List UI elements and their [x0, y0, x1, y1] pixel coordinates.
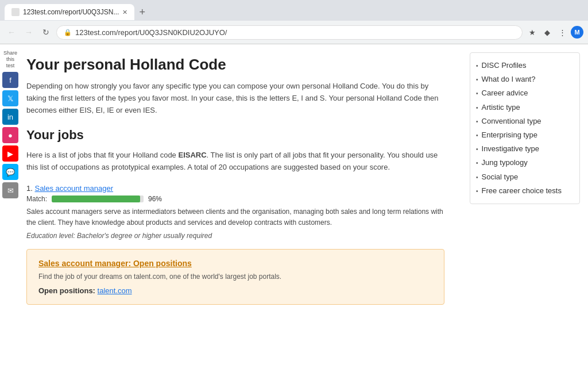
sidebar-item-social-type: •Social type — [476, 170, 574, 184]
tab-favicon — [11, 8, 20, 16]
sidebar-link-what-do-i-want[interactable]: What do I want? — [482, 74, 536, 85]
talent-positions-label: Open positions: — [38, 286, 95, 295]
sidebar-item-what-do-i-want: •What do I want? — [476, 72, 574, 86]
social-sidebar: Sharethistest f 𝕏 in ● ▶ 💬 ✉ — [0, 44, 21, 368]
email-share-button[interactable]: ✉ — [2, 182, 18, 198]
back-button[interactable]: ← — [5, 25, 18, 39]
sidebar-item-free-career-choice-tests: •Free career choice tests — [476, 184, 574, 198]
address-input[interactable]: 🔒 123test.com/report/U0Q3JSN0KDIU2OJUYO/ — [56, 25, 523, 40]
education-note-1: Education level: Bachelor's degree or hi… — [26, 232, 444, 240]
sidebar-link-jung-typology[interactable]: Jung typology — [482, 158, 528, 168]
jobs-intro-bold: EISARC — [178, 151, 206, 159]
active-tab[interactable]: 123test.com/report/U0Q3JSN... ✕ — [5, 4, 134, 20]
job-number-1: 1. Sales account manager — [26, 184, 444, 193]
lock-icon: 🔒 — [64, 29, 72, 36]
jobs-intro-part1: Here is a list of jobs that fit your Hol… — [26, 151, 178, 159]
sidebar-link-free-career-choice-tests[interactable]: Free career choice tests — [482, 186, 562, 196]
sidebar-link-investigative-type[interactable]: Investigative type — [482, 144, 539, 154]
sidebar-item-career-advice: •Career advice — [476, 86, 574, 100]
sidebar-item-conventional-type: •Conventional type — [476, 114, 574, 128]
new-tab-button[interactable]: + — [137, 6, 148, 18]
bullet-icon: • — [476, 76, 478, 84]
bullet-icon: • — [476, 187, 478, 195]
instagram-share-button[interactable]: ● — [2, 127, 18, 143]
jobs-intro-text: Here is a list of jobs that fit your Hol… — [26, 150, 444, 174]
tab-bar: 123test.com/report/U0Q3JSN... ✕ + — [0, 0, 588, 21]
share-label: Sharethistest — [3, 50, 17, 68]
url-text: 123test.com/report/U0Q3JSN0KDIU2OJUYO/ — [75, 28, 227, 37]
facebook-share-button[interactable]: f — [2, 72, 18, 88]
youtube-share-button[interactable]: ▶ — [2, 145, 18, 162]
sidebar-link-artistic-type[interactable]: Artistic type — [482, 102, 520, 113]
address-bar: ← → ↻ 🔒 123test.com/report/U0Q3JSN0KDIU2… — [0, 21, 588, 44]
sidebar-item-artistic-type: •Artistic type — [476, 101, 574, 114]
twitter-share-button[interactable]: 𝕏 — [2, 90, 18, 106]
main-content: Your personal Holland Code Depending on … — [21, 44, 462, 368]
tab-title: 123test.com/report/U0Q3JSN... — [23, 8, 119, 16]
messenger-share-button[interactable]: 💬 — [2, 164, 18, 180]
bullet-icon: • — [476, 62, 478, 70]
extensions-icon[interactable]: ◆ — [541, 26, 554, 39]
tab-close-button[interactable]: ✕ — [122, 9, 127, 16]
sidebar-nav-list: •DISC Profiles•What do I want?•Career ad… — [476, 59, 574, 198]
sidebar-item-disc-profiles: •DISC Profiles — [476, 59, 574, 72]
page-title: Your personal Holland Code — [26, 56, 444, 74]
job-title-link-1[interactable]: Sales account manager — [34, 184, 113, 193]
bullet-icon: • — [476, 174, 478, 182]
profile-icon[interactable]: M — [571, 26, 583, 39]
sidebar-item-enterprising-type: •Enterprising type — [476, 128, 574, 142]
right-sidebar: •DISC Profiles•What do I want?•Career ad… — [462, 44, 588, 368]
sidebar-link-disc-profiles[interactable]: DISC Profiles — [482, 60, 527, 71]
sidebar-link-career-advice[interactable]: Career advice — [482, 88, 528, 98]
toolbar-icons: ★ ◆ ⋮ M — [526, 26, 583, 39]
bullet-icon: • — [476, 118, 478, 126]
job-item-1: 1. Sales account manager Match: 96% Sale… — [26, 184, 444, 305]
bookmark-icon[interactable]: ★ — [526, 26, 539, 39]
sidebar-item-investigative-type: •Investigative type — [476, 142, 574, 156]
sidebar-link-conventional-type[interactable]: Conventional type — [482, 116, 541, 126]
bullet-icon: • — [476, 104, 478, 112]
match-progress-fill-1 — [52, 195, 140, 202]
talent-card: Sales account manager: Open positions Fi… — [26, 249, 444, 305]
match-percentage-1: 96% — [148, 195, 162, 203]
bullet-icon: • — [476, 145, 478, 154]
talent-com-link[interactable]: talent.com — [98, 286, 132, 295]
browser-chrome: 123test.com/report/U0Q3JSN... ✕ + ← → ↻ … — [0, 0, 588, 44]
job-description-1: Sales account managers serve as intermed… — [26, 206, 444, 228]
match-progress-bar-1 — [52, 195, 144, 202]
match-label-1: Match: — [26, 195, 47, 203]
bullet-icon: • — [476, 159, 478, 167]
page-wrapper: Sharethistest f 𝕏 in ● ▶ 💬 ✉ Your person… — [0, 44, 588, 368]
jobs-section-title: Your jobs — [26, 128, 444, 143]
sidebar-item-jung-typology: •Jung typology — [476, 156, 574, 170]
sidebar-link-social-type[interactable]: Social type — [482, 172, 519, 182]
sidebar-nav-box: •DISC Profiles•What do I want?•Career ad… — [470, 52, 580, 204]
linkedin-share-button[interactable]: in — [2, 109, 18, 125]
holland-code-intro: Depending on how strongly you favor any … — [26, 80, 444, 116]
forward-button[interactable]: → — [22, 25, 36, 39]
talent-card-positions: Open positions: talent.com — [38, 286, 432, 295]
talent-card-desc: Find the job of your dreams on talent.co… — [38, 273, 432, 281]
bullet-icon: • — [476, 90, 478, 98]
bullet-icon: • — [476, 132, 478, 140]
sidebar-link-enterprising-type[interactable]: Enterprising type — [482, 130, 538, 140]
refresh-button[interactable]: ↻ — [39, 25, 53, 39]
talent-card-title[interactable]: Sales account manager: Open positions — [38, 259, 432, 268]
settings-icon[interactable]: ⋮ — [556, 26, 568, 39]
match-row-1: Match: 96% — [26, 195, 444, 203]
